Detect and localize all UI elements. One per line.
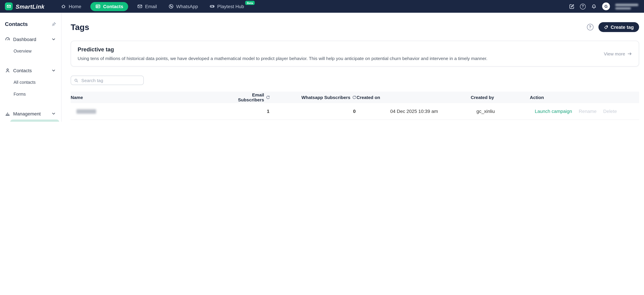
email-subscribers-cell: 1 — [225, 103, 270, 120]
sidebar-item-dashboard[interactable]: Dashboard — [0, 34, 61, 45]
rename-link: Rename — [579, 109, 596, 114]
refresh-icon[interactable] — [266, 95, 270, 100]
action-cell: Launch campaign Rename Delete — [530, 103, 639, 120]
column-header-email-subscribers: Email Subscribers — [225, 92, 270, 103]
create-tag-label: Create tag — [610, 24, 634, 30]
help-icon[interactable]: ? — [580, 4, 586, 9]
sidebar-item-dashboard-label: Dashboard — [13, 37, 48, 42]
table-row: 0 0 03 Dec 2025 06:42 pm gc_xinliu Launc… — [71, 120, 639, 122]
created-on-cell: 04 Dec 2025 10:39 am — [356, 103, 471, 120]
top-nav: Home Contacts Email WhatsApp Playtest Hu… — [55, 0, 252, 13]
tag-icon — [604, 25, 608, 30]
bell-icon[interactable] — [591, 4, 597, 9]
chevron-down-icon — [51, 111, 56, 116]
column-header-created-on: Created on — [356, 92, 471, 103]
nav-playtest-hub-label: Playtest Hub — [217, 4, 244, 9]
sidebar-item-management-label: Management — [13, 111, 48, 116]
brand[interactable]: SmartLink — [5, 2, 44, 10]
sidebar-item-overview[interactable]: Overview — [10, 45, 59, 57]
page-help-icon[interactable]: ? — [587, 24, 594, 30]
beta-badge: Beta — [245, 1, 255, 5]
user-icon — [5, 68, 10, 73]
email-subscribers-value: 1 — [267, 109, 270, 114]
gamepad-icon — [210, 4, 215, 9]
sidebar-item-contacts[interactable]: Contacts — [0, 65, 61, 76]
whatsapp-subscribers-cell: 0 — [270, 120, 356, 122]
whatsapp-icon — [168, 4, 174, 9]
column-header-created-by: Created by — [471, 92, 530, 103]
compose-icon[interactable] — [569, 4, 575, 9]
nav-whatsapp-label: WhatsApp — [176, 4, 198, 9]
refresh-icon[interactable] — [352, 95, 356, 100]
name-blur — [76, 109, 96, 114]
topbar-right: ? G — [569, 2, 639, 10]
page-title: Tags — [71, 22, 89, 32]
nav-email-label: Email — [145, 4, 157, 9]
column-header-label: Created on — [356, 95, 380, 100]
tags-table: Name Email Subscribers Whatsapp Subscrib… — [71, 92, 639, 122]
create-tag-button[interactable]: Create tag — [598, 22, 639, 32]
table-header: Name Email Subscribers Whatsapp Subscrib… — [71, 92, 639, 103]
search-icon — [74, 78, 78, 82]
banner-description: Using tens of millions of historical dat… — [78, 56, 488, 61]
delete-link: Delete — [603, 109, 617, 114]
launch-campaign-link[interactable]: Launch campaign — [535, 109, 572, 114]
search-box — [71, 76, 144, 85]
column-header-whatsapp-subscribers: Whatsapp Subscribers — [270, 92, 356, 103]
created-by-cell: gc_xinliu — [471, 120, 530, 122]
action-cell: Launch campaign Rename Delete — [530, 120, 639, 122]
column-header-label: Email Subscribers — [225, 92, 264, 102]
column-header-label: Action — [530, 95, 544, 100]
sidebar-item-all-contacts[interactable]: All contacts — [10, 76, 59, 88]
arrow-right-icon — [627, 51, 632, 56]
topbar: SmartLink Home Contacts Email WhatsApp P… — [0, 0, 644, 13]
main-content: Tags ? Create tag Predictive tag Using t… — [62, 13, 644, 122]
sidebar-item-tags[interactable]: Tags — [10, 120, 59, 122]
pin-icon[interactable] — [52, 22, 56, 26]
created-on-value: 04 Dec 2025 10:39 am — [390, 109, 438, 114]
banner-title: Predictive tag — [78, 46, 488, 52]
nav-whatsapp[interactable]: WhatsApp — [162, 0, 204, 13]
sidebar-item-contacts-label: Contacts — [13, 68, 48, 73]
sidebar-item-forms[interactable]: Forms — [10, 88, 59, 100]
whatsapp-subscribers-value: 0 — [353, 109, 356, 114]
smartlink-logo-icon — [5, 2, 13, 10]
gauge-icon — [5, 36, 10, 42]
sidebar-item-management[interactable]: Management — [0, 108, 61, 119]
nav-contacts[interactable]: Contacts — [90, 2, 128, 11]
email-icon — [137, 4, 142, 9]
nav-home[interactable]: Home — [55, 0, 87, 13]
column-header-label: Whatsapp Subscribers — [301, 95, 350, 100]
body-row: Contacts Dashboard Overview Contacts All… — [0, 13, 644, 122]
nav-contacts-label: Contacts — [103, 4, 123, 9]
nav-email[interactable]: Email — [132, 0, 163, 13]
column-header-name: Name — [71, 92, 225, 103]
search-input[interactable] — [71, 76, 144, 85]
sidebar-group-management: Management Tags Segments Attributes Subs… — [0, 108, 61, 122]
sidebar-group-contacts: Contacts All contacts Forms — [0, 65, 61, 100]
created-on-cell: 03 Dec 2025 06:42 pm — [356, 120, 471, 122]
contacts-icon — [95, 4, 100, 9]
page-header-actions: ? Create tag — [587, 22, 639, 32]
created-by-cell: gc_xinliu — [471, 103, 530, 120]
view-more-link[interactable]: View more — [604, 51, 632, 56]
chevron-down-icon — [51, 68, 56, 73]
username-redacted — [615, 4, 639, 9]
sidebar-header: Contacts — [0, 18, 61, 34]
name-cell — [71, 103, 225, 120]
created-by-value: gc_xinliu — [476, 109, 495, 114]
nav-playtest-hub[interactable]: Playtest Hub Beta — [204, 0, 252, 13]
chevron-down-icon — [51, 36, 56, 42]
chart-icon — [5, 111, 10, 116]
home-icon — [61, 4, 66, 9]
brand-name: SmartLink — [16, 3, 44, 10]
column-header-label: Name — [71, 95, 83, 100]
name-cell — [71, 120, 225, 122]
banner-text: Predictive tag Using tens of millions of… — [78, 46, 488, 61]
column-header-action: Action — [530, 92, 639, 103]
email-subscribers-cell: 0 — [225, 120, 270, 122]
avatar[interactable]: G — [602, 2, 610, 10]
sidebar-title: Contacts — [5, 21, 28, 27]
nav-home-label: Home — [69, 4, 81, 9]
predictive-tag-banner: Predictive tag Using tens of millions of… — [71, 41, 639, 67]
